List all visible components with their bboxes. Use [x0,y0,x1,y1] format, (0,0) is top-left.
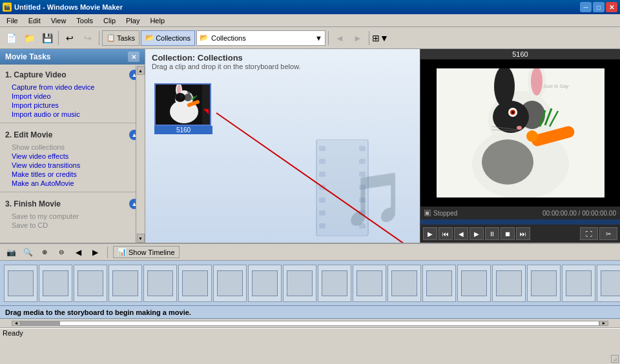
save-computer-link[interactable]: Save to my computer [5,212,140,221]
scroll-right-button[interactable]: ► [599,321,608,326]
storyboard-cell-6[interactable] [178,265,212,302]
view-video-transitions-link[interactable]: View video transitions [5,161,140,170]
storyboard-toolbar: 📷 🔍 ⊕ ⊖ ◀ ▶ 📊 Show Timeline [0,243,620,261]
svg-point-41 [482,139,533,185]
import-pictures-link[interactable]: Import pictures [5,101,140,110]
storyboard-cell-inner-1 [8,270,34,296]
fullscreen-button[interactable]: ⛶ [580,227,598,240]
svg-rect-21 [319,197,326,203]
view-video-effects-link[interactable]: View video effects [5,152,140,161]
nav-fwd-button[interactable]: ► [349,30,366,46]
view-toggle-button[interactable]: ⊞▼ [372,30,389,46]
close-panel-button[interactable]: ✕ [128,52,140,62]
tasks-button[interactable]: 📋 Tasks [102,30,140,46]
save-button[interactable]: 💾 [39,30,56,46]
storyboard-cell-inner-2 [43,270,68,296]
capture-from-device-link[interactable]: Capture from video device [5,83,140,92]
storyboard-cell-5[interactable] [143,265,177,302]
play-button[interactable]: ▶ [423,227,437,240]
storyboard-zoom-in2-button[interactable]: ⊕ [37,245,52,259]
storyboard-zoom-out-button[interactable]: ⊖ [54,245,68,259]
prev-frame-button[interactable]: ◀ [454,227,468,240]
scrollbar-thumb[interactable] [21,321,60,325]
clip-thumbnail [154,83,211,126]
resize-handle[interactable]: ⊿ [611,355,619,363]
collections-dropdown[interactable]: 📂 Collections ▼ [196,30,326,46]
status-icon: ⏹ [424,210,431,216]
storyboard-cell-18[interactable] [597,265,620,302]
seek-bar[interactable] [420,219,620,225]
finish-movie-label: 3. Finish Movie [5,199,61,208]
menu-tools[interactable]: Tools [71,15,98,26]
tasks-icon: 📋 [107,34,116,42]
make-titles-link[interactable]: Make titles or credits [5,170,140,179]
import-audio-link[interactable]: Import audio or music [5,110,140,119]
storyboard-cell-16[interactable] [527,265,561,302]
clip-item-5160[interactable]: 5160 [154,83,212,134]
storyboard-cell-15[interactable] [492,265,526,302]
svg-rect-15 [316,139,368,236]
menu-view[interactable]: View [46,15,72,26]
stop-button[interactable]: ⏹ [501,227,515,240]
preview-status-bar: ⏹ Stopped 00:00:00.00 / 00:00:00.00 [420,207,620,219]
maximize-button[interactable]: □ [593,2,604,12]
redo-button[interactable]: ↪ [79,30,96,46]
open-button[interactable]: 📁 [21,30,37,46]
new-button[interactable]: 📄 [3,30,19,46]
menu-edit[interactable]: Edit [23,15,46,26]
show-timeline-button[interactable]: 📊 Show Timeline [113,246,180,258]
svg-rect-13 [156,85,166,126]
menu-clip[interactable]: Clip [98,15,121,26]
svg-rect-28 [359,197,366,203]
end-button[interactable]: ⏭ [516,227,530,240]
horizontal-scrollbar[interactable]: ◄ ► [0,319,620,328]
storyboard-next-button[interactable]: ▶ [88,245,102,259]
scrollbar-track[interactable] [21,321,599,326]
svg-point-45 [517,126,522,130]
scroll-up-button[interactable]: ▲ [137,66,145,75]
storyboard-cell-3[interactable] [74,265,107,302]
split-button[interactable]: ✂ [599,227,617,240]
storyboard-cell-9[interactable] [283,265,316,302]
preview-title: 5160 [420,49,620,59]
preview-controls: ▶ ⏮ ◀ ▶ ⏸ ⏹ ⏭ ⛶ ✂ [420,225,620,243]
scroll-down-button[interactable]: ▼ [137,234,145,243]
storyboard-zoom-in-button[interactable]: 🔍 [21,245,35,259]
minimize-button[interactable]: ─ [580,2,592,12]
svg-rect-22 [319,210,326,216]
capture-video-label: 1. Capture Video [5,70,66,79]
storyboard-cell-2[interactable] [39,265,72,302]
nav-back-button[interactable]: ◄ [331,30,348,46]
close-button[interactable]: ✕ [606,2,617,12]
svg-point-7 [184,94,192,101]
svg-rect-24 [359,146,366,151]
storyboard-cell-8[interactable] [248,265,282,302]
collections-button[interactable]: 📂 Collections [141,30,195,46]
menu-file[interactable]: File [1,15,23,26]
show-collections-link[interactable]: Show collections [5,143,140,152]
storyboard-cell-14[interactable] [457,265,491,302]
save-cd-link[interactable]: Save to CD [5,221,140,230]
storyboard-camera-button[interactable]: 📷 [4,245,18,259]
storyboard-prev-button[interactable]: ◀ [71,245,85,259]
pause-button[interactable]: ⏸ [485,227,499,240]
menu-help[interactable]: Help [145,15,170,26]
storyboard-cell-7[interactable] [213,265,247,302]
scroll-left-button[interactable]: ◄ [12,321,21,326]
next-frame-button[interactable]: ▶ [470,227,484,240]
storyboard-cell-17[interactable] [562,265,595,302]
left-scrollbar[interactable]: ▲ ▼ [136,66,145,243]
storyboard-cell-11[interactable] [353,265,386,302]
make-automovie-link[interactable]: Make an AutoMovie [5,179,140,188]
storyboard-cell-13[interactable] [422,265,456,302]
svg-rect-19 [319,172,326,177]
menu-play[interactable]: Play [121,15,145,26]
import-video-link[interactable]: Import video [5,92,140,101]
storyboard-cell-10[interactable] [318,265,351,302]
rewind-button[interactable]: ⏮ [439,227,453,240]
storyboard-cell-12[interactable] [388,265,421,302]
storyboard-cell-4[interactable] [108,265,142,302]
storyboard-cell-1[interactable] [4,265,37,302]
undo-button[interactable]: ↩ [61,30,78,46]
svg-rect-14 [202,85,211,126]
